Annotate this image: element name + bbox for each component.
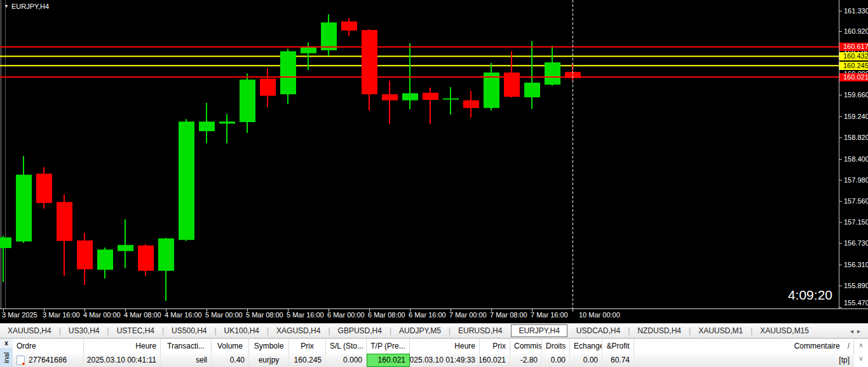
- candle-bull: [179, 121, 194, 240]
- price-tick-mark: [839, 307, 842, 308]
- column-header-t-p-pre-[interactable]: T/P (Pre...: [367, 339, 410, 354]
- column-header-transacti-[interactable]: Transacti...: [161, 339, 212, 354]
- order-row-cell-s-l-sto-[interactable]: 0.000: [326, 354, 367, 367]
- orders-table-row[interactable]: 2776416862025.03.10 00:41:11sell0.40eurj…: [13, 354, 854, 367]
- column-header-echange[interactable]: Echange: [570, 339, 602, 354]
- cell-value: 60.74: [611, 354, 630, 367]
- tab-scroll-left-icon[interactable]: ◂: [850, 328, 857, 335]
- order-row-cell--profit[interactable]: 60.74: [602, 354, 634, 367]
- time-tick-label: 7 Mar 00:00: [449, 311, 487, 319]
- chart-tab-eurjpy-h4[interactable]: EURJPY,H4: [511, 324, 567, 337]
- chevron-down-icon: ▾: [5, 3, 8, 10]
- chart-tab-xauusd-h4[interactable]: XAUUSD,H4: [0, 325, 59, 336]
- candle-bear: [382, 94, 398, 100]
- order-row-cell-symbole[interactable]: eurjpy: [249, 354, 289, 367]
- level-price-label: 160.432: [839, 52, 868, 60]
- order-row-cell-volume[interactable]: 0.40: [212, 354, 249, 367]
- candle-bull: [199, 121, 215, 131]
- terminal-side-strip: x inal: [0, 339, 13, 367]
- orders-table-header: OrdreHeureTransacti...VolumeSymbolePrixS…: [13, 339, 854, 354]
- cell-value: 277641686: [29, 354, 67, 367]
- cell-value: 0.000: [343, 354, 362, 367]
- cell-value: eurjpy: [259, 354, 280, 367]
- order-row-cell-t-p-pre-[interactable]: 160.021: [367, 354, 410, 367]
- price-tick-label: 159.660: [839, 91, 868, 99]
- candle-bull: [443, 99, 459, 100]
- candle-bear: [423, 93, 438, 100]
- chart-tab-nzdusd-h4[interactable]: NZDUSD,H4: [630, 325, 689, 336]
- order-row-cell-transacti-[interactable]: sell: [161, 354, 212, 367]
- time-tick-label: 4 Mar 08:00: [124, 311, 161, 319]
- chart-tab-ustec-h4[interactable]: USTEC,H4: [109, 325, 162, 336]
- candle-bear: [138, 246, 154, 271]
- column-header-droits[interactable]: Droits: [542, 339, 570, 354]
- column-header-volume[interactable]: Volume: [212, 339, 249, 354]
- time-tick-label: 4 Mar 16:00: [165, 311, 202, 319]
- price-axis[interactable]: 161.330160.920160.500160.080159.660159.2…: [839, 0, 868, 308]
- column-header-s-l-sto-[interactable]: S/L (Sto...: [326, 339, 367, 354]
- price-tick-label: 161.330: [839, 7, 868, 15]
- chart-tab-audjpy-m5[interactable]: AUDJPY,M5: [391, 325, 449, 336]
- chart-tab-xauusd-m1[interactable]: XAUUSD,M1: [691, 325, 750, 336]
- chart-tab-eurusd-h4[interactable]: EURUSD,H4: [451, 325, 510, 336]
- order-row-cell-commentaire[interactable]: [tp]: [634, 354, 854, 367]
- terminal-vertical-tab[interactable]: inal: [0, 348, 13, 367]
- time-tick-label: 5 Mar 08:00: [246, 311, 283, 319]
- chart-tab-gbpusd-h4[interactable]: GBPUSD,H4: [330, 325, 390, 336]
- column-header-ordre[interactable]: Ordre: [13, 339, 84, 354]
- cell-value: 0.00: [551, 354, 566, 367]
- order-row-cell-prix[interactable]: 160.245: [289, 354, 326, 367]
- price-chart[interactable]: ▾ EURJPY,H4 4:09:20 161.330160.920160.50…: [0, 0, 868, 308]
- order-row-cell-heure[interactable]: 2025.03.10 01:49:33: [410, 354, 480, 367]
- chart-symbol-label[interactable]: ▾ EURJPY,H4: [5, 3, 49, 10]
- order-row-cell-heure[interactable]: 2025.03.10 00:41:11: [84, 354, 161, 367]
- tab-scroll-arrows: ◂▸: [850, 328, 864, 335]
- chart-tab-us30-h4[interactable]: US30,H4: [61, 325, 107, 336]
- column-header-commentaire[interactable]: Commentaire/: [634, 339, 854, 354]
- time-tick-label: 6 Mar 00:00: [327, 311, 365, 319]
- sort-icon[interactable]: /: [848, 342, 850, 350]
- scroll-down-icon[interactable]: ∨: [855, 352, 867, 366]
- time-tick-label: 3 Mar 2025: [2, 311, 37, 319]
- column-header-heure[interactable]: Heure: [410, 339, 480, 354]
- order-document-icon: [17, 356, 25, 365]
- order-row-cell-ordre[interactable]: 277641686: [13, 354, 84, 367]
- candle-bear: [57, 202, 72, 241]
- column-header-prix[interactable]: Prix: [289, 339, 326, 354]
- time-axis[interactable]: 3 Mar 20253 Mar 16:004 Mar 00:004 Mar 08…: [0, 308, 868, 323]
- column-header-symbole[interactable]: Symbole: [249, 339, 289, 354]
- price-tick-label: 157.150: [839, 218, 868, 226]
- candlestick-canvas[interactable]: [0, 0, 839, 308]
- order-row-cell-echange[interactable]: 0.00: [570, 354, 602, 367]
- price-tick-label: 158.400: [839, 155, 868, 163]
- table-scrollbar[interactable]: ∧ ∨: [855, 339, 867, 367]
- column-header--profit[interactable]: &Profit: [602, 339, 634, 354]
- order-row-cell-droits[interactable]: 0.00: [542, 354, 570, 367]
- chart-tab-usdcad-h4[interactable]: USDCAD,H4: [569, 325, 628, 336]
- candle-bull: [240, 80, 255, 122]
- chart-tab-uk100-h4[interactable]: UK100,H4: [217, 325, 267, 336]
- candle-bull: [118, 245, 133, 251]
- column-header-heure[interactable]: Heure: [84, 339, 161, 354]
- candle-bear: [36, 174, 52, 203]
- terminal-panel: x inal OrdreHeureTransacti...VolumeSymbo…: [0, 338, 868, 367]
- chart-tab-us500-h4[interactable]: US500,H4: [164, 325, 214, 336]
- time-tick-label: 3 Mar 16:00: [43, 311, 80, 319]
- chart-tab-xagusd-h4[interactable]: XAGUSD,H4: [269, 325, 328, 336]
- candle-bear: [504, 73, 520, 97]
- price-tick-label: 155.470: [839, 299, 868, 307]
- scroll-up-icon[interactable]: ∧: [855, 339, 867, 352]
- tab-scroll-right-icon[interactable]: ▸: [857, 328, 864, 335]
- close-panel-button[interactable]: x: [0, 339, 13, 348]
- time-tick-label: 4 Mar 00:00: [83, 311, 121, 319]
- chart-tabs: XAUUSD,H4|US30,H4|USTEC,H4|US500,H4|UK10…: [0, 324, 817, 337]
- column-header-prix[interactable]: Prix: [480, 339, 510, 354]
- cell-value: sell: [196, 354, 207, 367]
- column-header-commis-[interactable]: Commis...: [510, 339, 542, 354]
- order-row-cell-commis-[interactable]: -2.80: [510, 354, 542, 367]
- price-tick-label: 157.980: [839, 176, 868, 184]
- price-tick-label: 157.560: [839, 197, 868, 205]
- chart-tab-xauusd-m15[interactable]: XAUUSD,M15: [752, 325, 817, 336]
- level-price-label: 160.021: [839, 73, 868, 81]
- order-row-cell-prix[interactable]: 160.021: [480, 354, 510, 367]
